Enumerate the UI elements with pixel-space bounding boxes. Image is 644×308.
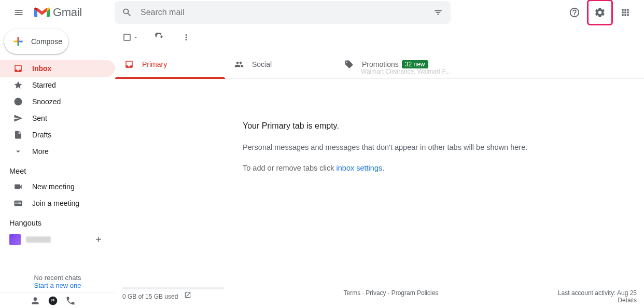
chevron-down-icon [13, 147, 23, 156]
sidebar-item-join-meeting[interactable]: Join a meeting [0, 195, 115, 212]
footer-activity: Last account activity: Aug 25 Details [558, 287, 637, 304]
settings-highlight [587, 0, 613, 25]
storage-bar [122, 287, 224, 289]
clock-icon [13, 97, 23, 106]
plus-icon [11, 35, 25, 48]
phone-icon[interactable] [65, 296, 76, 306]
tab-primary[interactable]: Primary [115, 50, 225, 78]
tab-label: Social [252, 60, 272, 68]
search-input[interactable] [139, 7, 426, 18]
chats-empty-area: No recent chats Start a new one [0, 274, 115, 289]
list-toolbar [115, 25, 644, 50]
hangouts-section-label: Hangouts [0, 212, 115, 230]
empty-title: Your Primary tab is empty. [243, 121, 644, 131]
storage-text: 0 GB of 15 GB used [122, 293, 178, 300]
tab-label: Primary [142, 60, 167, 68]
meet-section-label: Meet [0, 160, 115, 178]
empty-description: Personal messages and messages that don'… [243, 143, 644, 151]
settings-button[interactable] [590, 2, 610, 23]
sidebar-label: Snoozed [32, 97, 61, 106]
more-vert-icon [181, 33, 191, 42]
sidebar-item-snoozed[interactable]: Snoozed [0, 93, 115, 110]
user-avatar [9, 234, 21, 245]
apps-button[interactable] [615, 2, 636, 23]
tab-label: Promotions [362, 60, 399, 68]
header-bar: Gmail [0, 0, 644, 25]
empty-tabs-hint: To add or remove tabs click inbox settin… [243, 164, 644, 172]
help-icon [569, 7, 580, 18]
search-options-icon[interactable] [433, 7, 443, 18]
sidebar-label: More [32, 147, 49, 156]
apps-grid-icon [620, 7, 631, 18]
refresh-icon [155, 33, 164, 42]
gmail-logo[interactable]: Gmail [34, 6, 82, 19]
sidebar-item-drafts[interactable]: Drafts [0, 127, 115, 143]
tab-social[interactable]: Social [225, 50, 335, 78]
video-icon [13, 182, 23, 191]
promotions-badge: 32 new [402, 60, 428, 68]
sidebar-label: Starred [32, 81, 56, 89]
activity-text: Last account activity: Aug 25 [558, 289, 637, 297]
empty-state: Your Primary tab is empty. Personal mess… [115, 79, 644, 185]
sidebar-label: Join a meeting [32, 199, 79, 207]
select-all-checkbox[interactable] [122, 33, 139, 42]
category-tabs: Primary Social Promotions 32 new Walmart… [115, 50, 644, 79]
user-name-redacted [26, 236, 51, 243]
checkbox-icon [122, 33, 132, 42]
person-icon[interactable] [30, 296, 40, 306]
sent-icon [13, 114, 23, 123]
svg-point-0 [49, 296, 58, 305]
new-chat-button[interactable]: + [91, 232, 106, 247]
privacy-link[interactable]: Privacy [366, 289, 386, 297]
storage-block: 0 GB of 15 GB used [122, 287, 224, 300]
search-bar[interactable] [115, 1, 451, 24]
sidebar-item-starred[interactable]: Starred [0, 77, 115, 93]
sidebar-label: Sent [32, 114, 47, 122]
hangouts-bubble-icon[interactable] [48, 296, 58, 306]
footer: 0 GB of 15 GB used Terms · Privacy · Pro… [115, 287, 644, 308]
start-chat-link[interactable]: Start a new one [0, 282, 115, 289]
chat-footer-bar [0, 292, 115, 308]
people-icon [234, 60, 244, 69]
sidebar-item-inbox[interactable]: Inbox [0, 60, 115, 77]
main-menu-button[interactable] [8, 2, 29, 23]
header-right [564, 0, 636, 25]
keyboard-icon [13, 199, 23, 208]
sidebar-item-sent[interactable]: Sent [0, 110, 115, 127]
sidebar-item-new-meeting[interactable]: New meeting [0, 178, 115, 195]
inbox-icon [13, 64, 23, 73]
chevron-down-icon [133, 34, 139, 40]
inbox-icon [124, 60, 134, 69]
sidebar-label: New meeting [32, 183, 75, 191]
sidebar-item-more[interactable]: More [0, 143, 115, 160]
open-link-icon[interactable] [184, 291, 191, 299]
footer-links: Terms · Privacy · Program Policies [344, 287, 439, 297]
refresh-button[interactable] [152, 31, 166, 44]
main-panel: Primary Social Promotions 32 new Walmart… [115, 25, 644, 308]
hangouts-user-row[interactable]: + [0, 230, 115, 249]
promotions-preview: Walmart Clearance, Walmart F... [361, 68, 450, 75]
logo-text: Gmail [53, 6, 82, 19]
gear-icon [594, 7, 606, 18]
sidebar-label: Inbox [32, 64, 51, 73]
policies-link[interactable]: Program Policies [391, 289, 439, 297]
sidebar-label: Drafts [32, 131, 51, 139]
no-chats-text: No recent chats [0, 274, 115, 282]
more-actions-button[interactable] [179, 31, 193, 44]
hamburger-icon [13, 7, 24, 18]
star-icon [13, 80, 23, 90]
search-icon [122, 7, 132, 18]
drafts-icon [13, 130, 23, 139]
terms-link[interactable]: Terms [344, 289, 361, 297]
gmail-icon [34, 7, 50, 18]
help-button[interactable] [564, 2, 585, 23]
sidebar: Compose Inbox Starred Snoozed Sent Draft… [0, 25, 115, 308]
tab-promotions[interactable]: Promotions 32 new Walmart Clearance, Wal… [335, 50, 470, 78]
body-area: Compose Inbox Starred Snoozed Sent Draft… [0, 25, 644, 308]
inbox-settings-link[interactable]: inbox settings [337, 164, 383, 172]
compose-label: Compose [31, 37, 62, 46]
details-link[interactable]: Details [558, 297, 637, 304]
compose-button[interactable]: Compose [4, 29, 68, 54]
tag-icon [344, 60, 354, 69]
